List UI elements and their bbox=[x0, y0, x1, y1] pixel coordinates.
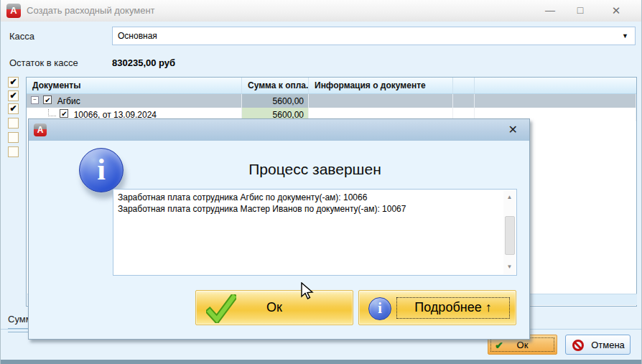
main-ok-label: Ок bbox=[488, 340, 557, 350]
dialog-ok-button[interactable]: Ок bbox=[195, 290, 353, 325]
document-group-name: Агбис bbox=[57, 94, 80, 106]
column-header-sum[interactable]: Сумма к опла... bbox=[242, 78, 309, 93]
app-logo-icon: A bbox=[6, 4, 21, 18]
row-checkbox[interactable] bbox=[60, 109, 68, 118]
balance-label: Остаток в кассе bbox=[9, 57, 78, 68]
side-checkbox[interactable] bbox=[8, 90, 19, 101]
collapse-icon[interactable]: − bbox=[31, 96, 39, 104]
info-icon: i bbox=[368, 297, 391, 320]
minimize-button[interactable]: — bbox=[538, 0, 562, 21]
table-header: Документы Сумма к опла... Информация о д… bbox=[27, 78, 636, 94]
tree-connector bbox=[48, 109, 56, 116]
dialog-titlebar: A ✕ bbox=[29, 119, 529, 141]
column-header-info[interactable]: Информация о документе bbox=[309, 78, 453, 93]
scrollbar-thumb[interactable] bbox=[505, 216, 515, 255]
cancel-label: Отмена bbox=[586, 340, 630, 350]
result-message-line: Заработная плата сотрудника Агбис по док… bbox=[118, 192, 501, 203]
window-bottom-border bbox=[1, 360, 641, 364]
details-label: Подробнее ↑ bbox=[396, 297, 510, 319]
create-expense-document-window: A Создать расходный документ — □ ✕ Касса… bbox=[0, 0, 642, 364]
cancel-button[interactable]: Отмена bbox=[565, 335, 631, 355]
kassa-selected-value: Основная bbox=[118, 31, 157, 41]
side-checkbox[interactable] bbox=[8, 77, 19, 88]
details-button[interactable]: i Подробнее ↑ bbox=[358, 290, 516, 325]
scroll-up-icon[interactable]: ▲ bbox=[503, 192, 516, 203]
document-info bbox=[309, 94, 453, 108]
process-complete-dialog: A ✕ i Процесс завершен Заработная плата … bbox=[28, 118, 530, 340]
kassa-label: Касса bbox=[9, 31, 34, 42]
close-window-button[interactable]: ✕ bbox=[604, 0, 628, 21]
table-row[interactable]: − Агбис 5600,00 bbox=[27, 94, 636, 108]
window-titlebar: A Создать расходный документ — □ ✕ bbox=[1, 0, 641, 22]
result-message-box[interactable]: Заработная плата сотрудника Агбис по док… bbox=[113, 189, 517, 276]
column-header-documents[interactable]: Документы bbox=[27, 78, 242, 93]
column-header-empty[interactable] bbox=[453, 78, 475, 93]
side-checkbox[interactable] bbox=[8, 103, 19, 114]
close-dialog-button[interactable]: ✕ bbox=[508, 123, 518, 136]
chevron-down-icon: ▼ bbox=[622, 32, 628, 39]
side-checkbox[interactable] bbox=[8, 146, 19, 157]
row-checkbox[interactable] bbox=[43, 95, 52, 104]
dialog-ok-label: Ок bbox=[196, 300, 353, 315]
scroll-down-icon[interactable]: ▼ bbox=[503, 261, 516, 273]
cancel-prohibition-icon bbox=[572, 340, 584, 351]
message-scrollbar[interactable]: ▲ ▼ bbox=[503, 190, 516, 274]
side-checkbox[interactable] bbox=[8, 118, 19, 129]
window-title: Создать расходный документ bbox=[27, 5, 155, 16]
result-message-line: Заработная плата сотрудника Мастер Ивано… bbox=[118, 203, 501, 215]
maximize-button[interactable]: □ bbox=[568, 0, 592, 21]
side-checkbox[interactable] bbox=[8, 132, 19, 143]
column-header-empty[interactable] bbox=[475, 78, 636, 93]
document-sum: 5600,00 bbox=[242, 94, 309, 108]
kassa-select[interactable]: Основная ▼ bbox=[112, 27, 636, 45]
balance-value: 830235,00 руб bbox=[112, 57, 175, 68]
app-logo-icon: A bbox=[34, 123, 47, 136]
mouse-cursor bbox=[300, 282, 316, 301]
dialog-heading: Процесс завершен bbox=[113, 161, 517, 178]
